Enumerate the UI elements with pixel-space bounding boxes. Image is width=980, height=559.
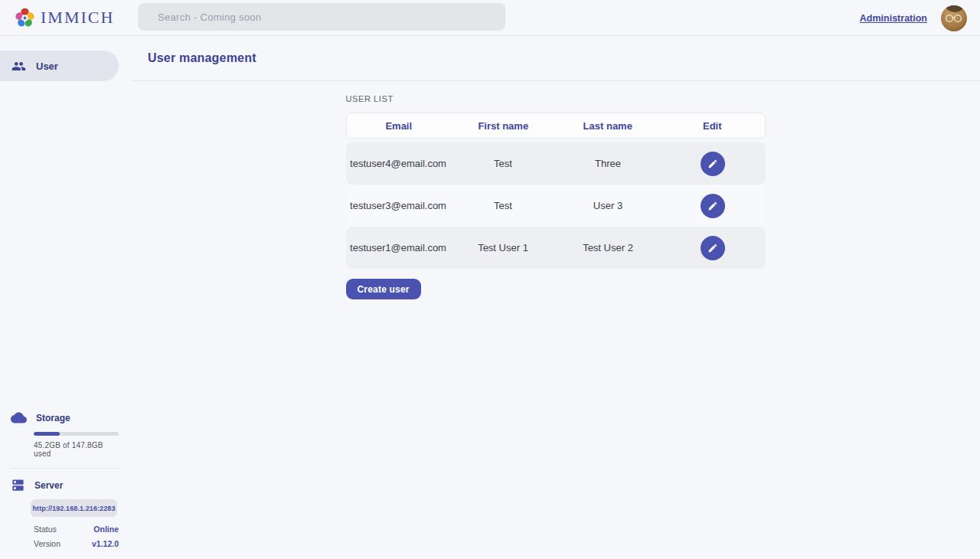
cell-last-name: Three (556, 158, 661, 169)
server-version-value: v1.12.0 (92, 539, 119, 548)
user-table-header: Email First name Last name Edit (346, 113, 766, 139)
cell-email: testuser3@email.com (346, 200, 451, 211)
storage-title: Storage (36, 413, 70, 423)
pencil-icon (707, 159, 718, 169)
top-header: IMMICH Administration (0, 0, 980, 36)
server-status-value: Online (93, 525, 119, 534)
column-header-edit: Edit (660, 120, 765, 132)
cell-first-name: Test (451, 200, 556, 211)
page-title: User management (148, 51, 256, 65)
cell-last-name: User 3 (556, 200, 661, 211)
edit-user-button[interactable] (701, 194, 725, 218)
administration-link[interactable]: Administration (860, 13, 927, 24)
user-table-body: testuser4@email.com Test Three testuser3… (346, 142, 766, 269)
server-version-label: Version (34, 539, 60, 548)
server-status-label: Status (34, 525, 57, 534)
app-title: IMMICH (41, 8, 114, 28)
cloud-icon (11, 410, 27, 426)
cell-email: testuser1@email.com (346, 242, 451, 253)
main-titlebar: User management (131, 36, 980, 81)
pencil-icon (707, 201, 718, 211)
edit-user-button[interactable] (701, 152, 725, 176)
edit-user-button[interactable] (701, 236, 725, 260)
cell-email: testuser4@email.com (346, 158, 451, 169)
people-icon (11, 59, 26, 74)
cell-first-name: Test (451, 158, 556, 169)
server-icon (11, 478, 25, 492)
immich-logo-icon (15, 8, 35, 28)
server-url-badge: http://192.168.1.216:2283 (31, 499, 117, 517)
sidebar-status-panel: Storage 45.2GB of 147.8GB used Server ht… (0, 410, 119, 559)
storage-progress-fill (34, 432, 60, 436)
storage-usage-text: 45.2GB of 147.8GB used (34, 441, 119, 458)
app-brand[interactable]: IMMICH (0, 8, 122, 28)
table-row: testuser1@email.com Test User 1 Test Use… (346, 227, 766, 269)
user-avatar[interactable] (941, 5, 967, 31)
server-title: Server (34, 480, 63, 491)
pencil-icon (707, 243, 718, 253)
cell-first-name: Test User 1 (451, 242, 556, 253)
create-user-button[interactable]: Create user (346, 279, 421, 299)
main-panel: User management USER LIST Email First na… (131, 36, 980, 559)
cell-last-name: Test User 2 (556, 242, 661, 253)
column-header-last-name: Last name (556, 120, 661, 132)
column-header-email: Email (347, 120, 452, 132)
table-row: testuser3@email.com Test User 3 (346, 185, 766, 227)
sidebar-divider (11, 468, 119, 469)
storage-progress-bar (34, 432, 119, 436)
search-input[interactable] (138, 3, 505, 31)
sidebar: User Storage 45.2GB of 147.8GB used Serv… (0, 36, 119, 559)
sidebar-item-user-label: User (36, 60, 58, 72)
user-list-heading: USER LIST (346, 94, 766, 103)
sidebar-item-user[interactable]: User (0, 51, 119, 81)
table-row: testuser4@email.com Test Three (346, 142, 766, 185)
column-header-first-name: First name (451, 120, 556, 132)
